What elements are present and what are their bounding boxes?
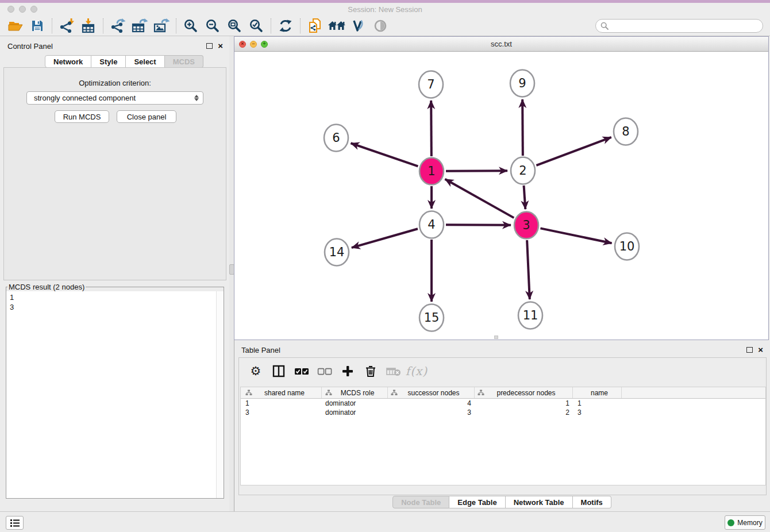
- network-graph[interactable]: 7968124314101511: [234, 52, 768, 340]
- visibility-button[interactable]: [369, 17, 391, 34]
- view-resize-grip[interactable]: [494, 336, 498, 339]
- toolbar-separator: [176, 18, 176, 33]
- delete-table-button[interactable]: [384, 362, 403, 380]
- memory-label: Memory: [737, 519, 762, 527]
- cell-name[interactable]: 1: [573, 399, 622, 408]
- cell-mcds-role[interactable]: dominator: [322, 408, 388, 417]
- tree-icon: [325, 390, 332, 396]
- node-table[interactable]: shared name MCDS role successor nodes pr…: [240, 387, 766, 485]
- float-table-panel-icon[interactable]: [746, 347, 753, 353]
- home-button[interactable]: [326, 17, 348, 34]
- tab-motifs[interactable]: Motifs: [573, 496, 611, 508]
- table-settings-button[interactable]: ⚙: [246, 362, 265, 380]
- table-row[interactable]: 1 dominator 4 1 1: [241, 399, 765, 408]
- graph-node-label-7: 7: [427, 78, 434, 91]
- graph-edge-2-8[interactable]: [536, 137, 611, 165]
- tab-network[interactable]: Network: [45, 55, 91, 68]
- export-table-icon: [131, 18, 148, 34]
- duplicate-network-button[interactable]: [304, 17, 326, 34]
- zoom-out-button[interactable]: [202, 17, 224, 34]
- graph-edge-1-6[interactable]: [351, 143, 418, 166]
- import-table-button[interactable]: [78, 17, 99, 34]
- criterion-select[interactable]: strongly connected component: [26, 91, 203, 105]
- graph-edge-3-10[interactable]: [540, 228, 611, 243]
- unchecked-boxes-icon: [317, 368, 332, 375]
- graph-edge-4-3[interactable]: [446, 225, 511, 225]
- close-panel-button[interactable]: Close panel: [117, 110, 176, 123]
- save-floppy-icon: [30, 19, 44, 33]
- style-brush-icon: [351, 18, 366, 33]
- zoom-in-button[interactable]: [180, 17, 202, 34]
- table-row[interactable]: 3 dominator 3 2 3: [241, 408, 765, 417]
- deselect-all-button[interactable]: [315, 362, 334, 380]
- network-window-titlebar[interactable]: × − + scc.txt: [234, 37, 768, 52]
- gear-icon: ⚙: [251, 364, 261, 378]
- tab-select[interactable]: Select: [126, 55, 164, 68]
- column-header-shared-name[interactable]: shared name: [241, 387, 322, 398]
- graph-edge-1-7[interactable]: [431, 101, 432, 156]
- zoom-fit-icon: [227, 18, 242, 33]
- open-session-button[interactable]: [5, 17, 26, 34]
- cell-mcds-role[interactable]: dominator: [322, 399, 388, 408]
- cell-name[interactable]: 3: [573, 408, 622, 417]
- cell-successor-nodes[interactable]: 3: [388, 408, 475, 417]
- close-table-panel-icon[interactable]: ×: [758, 347, 763, 353]
- import-network-icon: [59, 18, 75, 34]
- zoom-selected-button[interactable]: [245, 17, 267, 34]
- column-visibility-button[interactable]: [269, 362, 288, 380]
- mcds-result-text: 1 3: [6, 291, 224, 312]
- column-header-name[interactable]: name: [573, 387, 622, 398]
- tab-node-table[interactable]: Node Table: [392, 496, 449, 508]
- save-session-button[interactable]: [26, 17, 48, 34]
- cell-shared-name[interactable]: 1: [241, 399, 322, 408]
- result-scrollbar[interactable]: [216, 291, 224, 498]
- column-header-predecessor-nodes[interactable]: predecessor nodes: [475, 387, 573, 398]
- memory-button[interactable]: Memory: [725, 515, 765, 530]
- graph-edge-1-2[interactable]: [446, 171, 507, 171]
- mcds-result-area[interactable]: 1 3: [6, 291, 224, 498]
- cell-predecessor-nodes[interactable]: 2: [475, 408, 573, 417]
- search-icon: [600, 22, 609, 30]
- export-table-button[interactable]: [129, 17, 151, 34]
- task-history-button[interactable]: [6, 516, 24, 530]
- tab-network-table[interactable]: Network Table: [506, 496, 573, 508]
- delete-column-button[interactable]: [361, 362, 380, 380]
- tab-style[interactable]: Style: [91, 55, 126, 68]
- search-input[interactable]: [609, 20, 763, 32]
- graph-edge-4-14[interactable]: [352, 229, 418, 248]
- toolbar-separator: [271, 18, 271, 33]
- cell-predecessor-nodes[interactable]: 1: [475, 399, 573, 408]
- function-builder-button[interactable]: f(x): [407, 362, 426, 380]
- apply-style-button[interactable]: [348, 17, 369, 34]
- cell-successor-nodes[interactable]: 4: [388, 399, 475, 408]
- graph-node-label-3: 3: [522, 218, 530, 232]
- export-network-button[interactable]: [107, 17, 129, 34]
- task-list-icon: [10, 519, 20, 527]
- tab-edge-table[interactable]: Edge Table: [449, 496, 505, 508]
- search-box[interactable]: [595, 19, 763, 33]
- export-image-button[interactable]: [151, 17, 172, 34]
- refresh-button[interactable]: [275, 17, 297, 34]
- add-column-button[interactable]: [338, 362, 357, 380]
- float-panel-icon[interactable]: [206, 43, 213, 49]
- graph-edge-2-9[interactable]: [522, 99, 523, 156]
- graph-edge-3-11[interactable]: [527, 240, 530, 299]
- run-mcds-button[interactable]: Run MCDS: [55, 110, 109, 123]
- column-header-mcds-role[interactable]: MCDS role: [322, 387, 388, 398]
- mcds-panel: Optimization criterion: strongly connect…: [3, 67, 226, 280]
- graph-node-label-1: 1: [428, 164, 435, 178]
- close-panel-icon[interactable]: ×: [218, 43, 223, 49]
- delete-table-icon: [386, 366, 401, 376]
- export-image-icon: [153, 18, 170, 34]
- tab-mcds[interactable]: MCDS: [165, 55, 203, 68]
- select-all-button[interactable]: [292, 362, 311, 380]
- network-canvas[interactable]: 7968124314101511: [234, 52, 768, 340]
- zoom-fit-button[interactable]: [224, 17, 245, 34]
- graph-edge-2-3[interactable]: [524, 186, 526, 209]
- table-tabs-row: Node Table Edge Table Network Table Moti…: [234, 496, 770, 511]
- graph-edge-3-1[interactable]: [445, 179, 514, 218]
- import-network-button[interactable]: [56, 17, 78, 34]
- column-header-successor-nodes[interactable]: successor nodes: [388, 387, 475, 398]
- checked-boxes-icon: [294, 368, 309, 375]
- cell-shared-name[interactable]: 3: [241, 408, 322, 417]
